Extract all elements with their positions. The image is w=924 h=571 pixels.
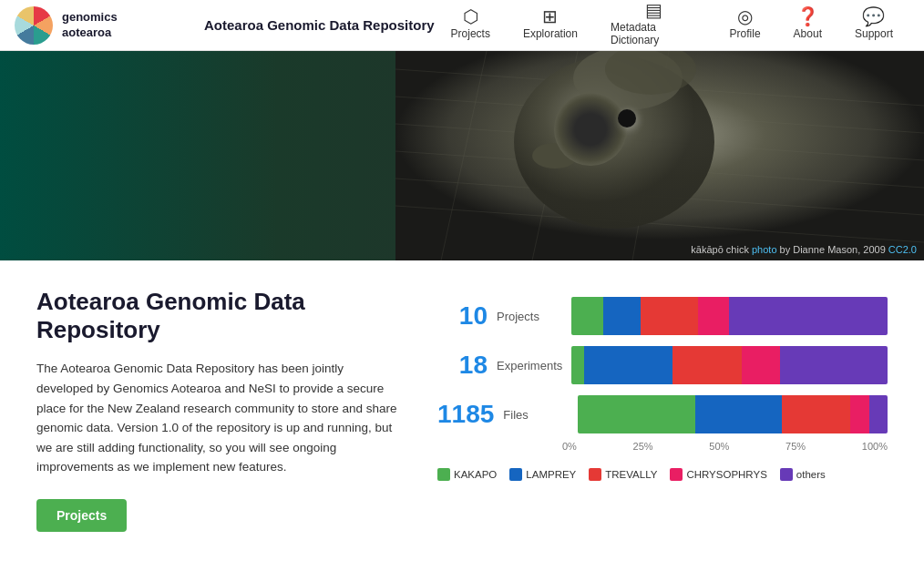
bar-segment [695,395,782,433]
bar-segment [578,395,695,433]
brand: genomicsaotearoa [15,6,197,45]
hero-banner: kākāpō chick photo by Dianne Mason, 2009… [0,51,924,260]
bar-segment [672,346,742,384]
experiments-bar [571,346,888,384]
bar-segment [571,297,603,335]
files-count: 1185 [437,400,494,429]
navbar: genomicsaotearoa Aotearoa Genomic Data R… [0,0,924,51]
xaxis-label: 75% [785,441,806,452]
bar-segment [571,346,584,384]
files-label: Files [503,408,569,422]
nav-profile-label: Profile [730,27,761,40]
legend-label: CHRYSOPHRYS [686,469,766,480]
svg-point-11 [561,109,612,157]
xaxis-label: 100% [862,441,888,452]
bar-segment [742,346,780,384]
legend-item: CHRYSOPHRYS [670,468,766,481]
legend-color-swatch [509,468,522,481]
nav-about[interactable]: ❓ About [777,0,838,51]
main-content: Aotearoa Genomic DataRepository The Aote… [0,260,924,559]
svg-point-12 [572,118,601,148]
right-panel: 10 Projects 18 Experiments 1185 Files 0%… [437,288,888,532]
legend-color-swatch [780,468,793,481]
xaxis: 0%25%50%75%100% [562,441,888,452]
legend: KAKAPOLAMPREYTREVALLYCHRYSOPHRYSothers [437,468,888,481]
bar-segment [850,395,868,433]
caption-license-link[interactable]: CC2.0 [888,244,917,255]
xaxis-labels: 0%25%50%75%100% [562,441,888,452]
nav-about-label: About [794,27,822,40]
legend-item: KAKAPO [437,468,497,481]
page-heading: Aotearoa Genomic DataRepository [36,288,401,344]
projects-label: Projects [497,310,562,323]
caption-text: kākāpō chick [691,244,749,255]
projects-bar [571,297,888,335]
bar-segment [729,297,888,335]
files-chart-row: 1185 Files [437,395,888,433]
projects-chart-row: 10 Projects [437,297,888,335]
legend-color-swatch [670,468,683,481]
legend-item: others [780,468,826,481]
hero-bird-image [395,51,924,260]
nav-profile[interactable]: ◎ Profile [714,0,777,51]
legend-item: LAMPREY [509,468,576,481]
legend-label: LAMPREY [526,469,576,480]
legend-color-swatch [437,468,450,481]
legend-color-swatch [589,468,601,481]
projects-button[interactable]: Projects [36,499,127,532]
brand-name: genomicsaotearoa [62,10,118,41]
nav-metadata-label: Metadata Dictionary [611,21,697,46]
legend-item: TREVALLY [589,468,657,481]
legend-label: others [796,469,826,480]
bar-segment [603,297,642,335]
bar-segment [869,395,888,433]
logo-icon [15,6,53,45]
svg-point-13 [578,123,587,132]
legend-label: TREVALLY [605,469,657,480]
exploration-icon: ⊞ [542,7,558,25]
bar-segment [780,346,888,384]
bar-segment [698,297,730,335]
hero-overlay [0,51,924,260]
nav-support[interactable]: 💬 Support [838,0,909,51]
page-description: The Aotearoa Genomic Data Repository has… [36,359,401,477]
profile-icon: ◎ [737,7,753,25]
about-icon: ❓ [796,7,819,25]
xaxis-label: 0% [562,441,577,452]
projects-count: 10 [437,301,488,331]
nav-projects[interactable]: ⬡ Projects [435,0,507,51]
xaxis-label: 25% [633,441,653,452]
bar-segment [641,297,697,335]
metadata-icon: ▤ [645,1,662,19]
nav-exploration[interactable]: ⊞ Exploration [507,0,594,51]
bird-svg [395,51,924,260]
nav-exploration-label: Exploration [523,27,578,40]
bar-segment [782,395,850,433]
site-title: Aotearoa Genomic Data Repository [204,17,435,33]
support-icon: 💬 [862,7,885,25]
nav-support-label: Support [855,27,893,40]
nav-items: ⬡ Projects ⊞ Exploration ▤ Metadata Dict… [435,0,909,50]
experiments-chart-row: 18 Experiments [437,346,888,384]
left-panel: Aotearoa Genomic DataRepository The Aote… [36,288,401,532]
hero-caption: kākāpō chick photo by Dianne Mason, 2009… [691,244,917,255]
experiments-count: 18 [437,351,488,380]
experiments-label: Experiments [497,359,562,372]
caption-photo-link[interactable]: photo [752,244,777,255]
projects-icon: ⬡ [463,7,478,25]
legend-label: KAKAPO [454,469,497,480]
nav-metadata-dictionary[interactable]: ▤ Metadata Dictionary [594,0,714,51]
svg-point-14 [532,143,578,168]
bar-segment [584,346,672,384]
xaxis-label: 50% [709,441,729,452]
caption-credit: by Dianne Mason, 2009 [780,244,888,255]
files-bar [578,395,888,433]
nav-projects-label: Projects [451,27,490,40]
